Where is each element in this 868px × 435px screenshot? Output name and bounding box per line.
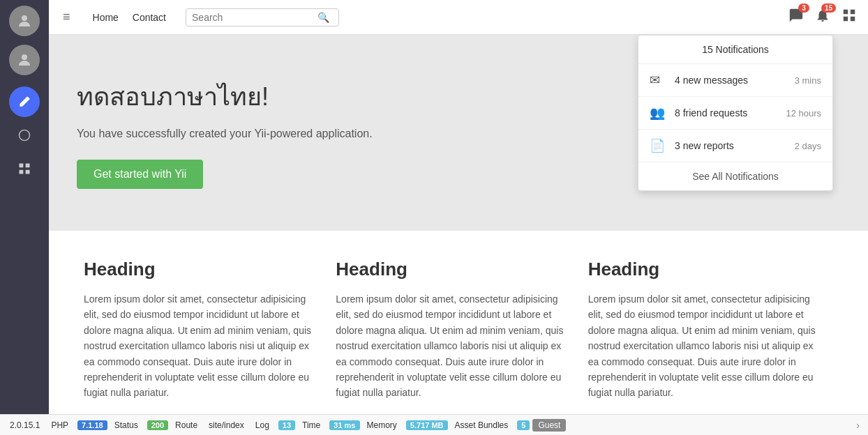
status-value-badge: 200	[147, 420, 168, 430]
svg-point-2	[20, 130, 30, 141]
sidebar-icon-circle[interactable]	[9, 120, 40, 151]
php-version-badge: 7.1.18	[77, 420, 107, 430]
topbar: ≡ Home Contact 🔍 3 15	[49, 0, 868, 35]
reports-icon: 📄	[650, 138, 666, 153]
asset-count-badge: 5	[517, 420, 530, 430]
notif-item-messages[interactable]: ✉ 4 new messages 3 mins	[638, 64, 832, 97]
memory-value-badge: 5.717 MB	[406, 420, 448, 430]
bottom-toolbar: 2.0.15.1 PHP 7.1.18 Status 200 Route sit…	[0, 414, 868, 435]
see-all-notifications[interactable]: See All Notifications	[638, 162, 832, 190]
svg-point-1	[22, 54, 27, 60]
search-icon: 🔍	[317, 12, 329, 23]
time-label: Time	[298, 419, 324, 432]
apps-button[interactable]	[841, 8, 857, 26]
notification-button[interactable]: 15	[815, 8, 830, 26]
search-box: 🔍	[186, 8, 339, 26]
friends-icon: 👥	[650, 105, 666, 121]
route-label: Route	[171, 419, 202, 432]
topbar-action-icons: 3 15	[788, 8, 857, 26]
time-value-badge: 31 ms	[329, 420, 359, 430]
content-section: Heading Lorem ipsum dolor sit amet, cons…	[49, 231, 868, 429]
topbar-nav: Home Contact	[87, 12, 172, 23]
notification-badge: 15	[821, 3, 836, 13]
chat-badge: 3	[798, 3, 809, 13]
notif-reports-text: 3 new reports	[675, 140, 786, 151]
content-col-3: Heading Lorem ipsum dolor sit amet, cons…	[588, 259, 840, 401]
route-value: site/index	[204, 419, 248, 432]
log-count-badge: 13	[278, 420, 295, 430]
sidebar-icon-paint[interactable]	[9, 86, 40, 117]
nav-home[interactable]: Home	[87, 12, 124, 23]
notif-messages-time: 3 mins	[795, 75, 821, 86]
search-input[interactable]	[192, 12, 317, 23]
hamburger-button[interactable]: ≡	[60, 7, 73, 27]
php-label: PHP	[47, 419, 73, 432]
col2-body: Lorem ipsum dolor sit amet, consectetur …	[336, 291, 574, 401]
notif-item-reports[interactable]: 📄 3 new reports 2 days	[638, 130, 832, 162]
col1-heading: Heading	[84, 259, 322, 280]
status-label: Status	[110, 419, 142, 432]
content-col-1: Heading Lorem ipsum dolor sit amet, cons…	[77, 259, 336, 401]
notif-messages-text: 4 new messages	[675, 75, 786, 86]
svg-point-0	[22, 15, 27, 21]
col3-heading: Heading	[588, 259, 826, 280]
get-started-button[interactable]: Get started with Yii	[77, 160, 203, 189]
asset-label: Asset Bundles	[451, 419, 513, 432]
notif-friends-text: 8 friend requests	[675, 107, 777, 119]
chat-button[interactable]: 3	[788, 8, 804, 26]
notif-item-friends[interactable]: 👥 8 friend requests 12 hours	[638, 97, 832, 130]
col3-body: Lorem ipsum dolor sit amet, consectetur …	[588, 291, 826, 401]
col2-heading: Heading	[336, 259, 574, 280]
sidebar-avatar-2[interactable]	[9, 45, 40, 75]
version-label: 2.0.15.1	[6, 419, 44, 432]
guest-label: Guest	[532, 419, 566, 432]
sidebar-icon-grid[interactable]	[9, 153, 40, 184]
notif-reports-time: 2 days	[795, 141, 821, 151]
nav-contact[interactable]: Contact	[127, 12, 172, 23]
log-label: Log	[251, 419, 274, 432]
sidebar-avatar-1[interactable]	[9, 6, 40, 36]
message-icon: ✉	[650, 72, 666, 88]
col1-body: Lorem ipsum dolor sit amet, consectetur …	[84, 291, 322, 401]
toolbar-arrow[interactable]: ›	[853, 420, 862, 431]
notification-dropdown: 15 Notifications ✉ 4 new messages 3 mins…	[638, 35, 833, 191]
notif-friends-time: 12 hours	[786, 108, 821, 119]
sidebar	[0, 0, 49, 435]
memory-label: Memory	[363, 419, 401, 432]
notif-header: 15 Notifications	[638, 36, 832, 64]
content-col-2: Heading Lorem ipsum dolor sit amet, cons…	[336, 259, 588, 401]
